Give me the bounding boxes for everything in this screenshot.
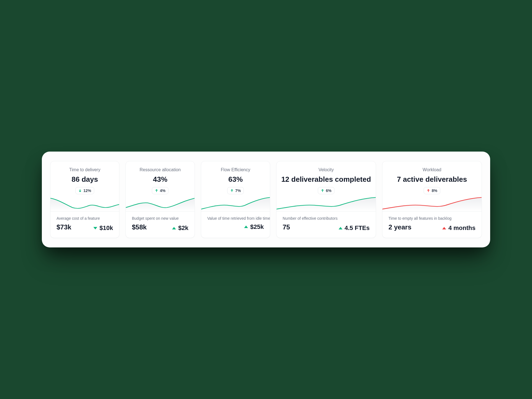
sparkline-chart xyxy=(126,196,195,211)
metric-value: 12 deliverables completed xyxy=(281,175,371,184)
sparkline-chart xyxy=(201,196,270,211)
metric-title: Time to delivery xyxy=(69,167,100,172)
metric-value: 63% xyxy=(228,175,243,184)
metric-change-badge: 6% xyxy=(318,187,334,194)
metric-secondary-value: $58k xyxy=(132,223,147,231)
metric-delta: $25k xyxy=(244,223,264,231)
metric-change-text: 7% xyxy=(235,188,241,193)
metric-card-workload: Workload7 active deliverables8%Time to e… xyxy=(382,161,482,238)
metric-value: 7 active deliverables xyxy=(397,175,467,184)
metric-delta: 4 months xyxy=(442,224,475,232)
metric-card-resource-allocation: Ressource allocation43%4%Budget spent on… xyxy=(126,161,195,238)
caret-up-icon xyxy=(244,226,248,228)
metric-delta: 4.5 FTEs xyxy=(339,224,370,232)
arrow-up-icon xyxy=(230,189,234,192)
sparkline-chart xyxy=(50,196,119,211)
metric-subtitle: Time to empty all features in backlog xyxy=(388,216,475,221)
metric-title: Workload xyxy=(423,167,441,172)
metric-delta-text: $25k xyxy=(250,223,264,231)
metric-change-text: 4% xyxy=(160,188,165,193)
metric-card-velocity: Velocity12 deliverables completed6%Numbe… xyxy=(276,161,376,238)
metric-card-time-to-delivery: Time to delivery86 days12%Average cost o… xyxy=(50,161,119,238)
metric-delta-text: 4.5 FTEs xyxy=(345,224,370,232)
metric-title: Flow Efficiency xyxy=(221,167,250,172)
metric-subtitle: Budget spent on new value xyxy=(132,216,188,221)
metric-secondary-value: 2 years xyxy=(388,223,411,231)
metric-title: Ressource allocation xyxy=(140,167,181,172)
metric-change-badge: 4% xyxy=(152,187,168,194)
metric-change-badge: 8% xyxy=(424,187,440,194)
metric-card-flow-efficiency: Flow Efficiency63%7%Value of time retrie… xyxy=(201,161,270,238)
sparkline-chart xyxy=(382,196,482,211)
arrow-up-icon xyxy=(155,189,158,192)
metric-title: Velocity xyxy=(318,167,334,172)
metric-change-badge: 7% xyxy=(227,187,244,194)
metric-value: 43% xyxy=(153,175,167,184)
metric-subtitle: Average cost of a feature xyxy=(57,216,113,221)
arrow-up-icon xyxy=(321,189,324,192)
metric-change-text: 6% xyxy=(326,188,331,193)
metric-value: 86 days xyxy=(71,175,98,184)
metric-secondary-value: $73k xyxy=(57,223,71,231)
caret-up-icon xyxy=(442,227,446,229)
metric-change-text: 12% xyxy=(83,188,91,193)
metric-subtitle: Value of time retrieved from idle time xyxy=(207,216,264,221)
arrow-up-icon xyxy=(427,189,430,192)
caret-up-icon xyxy=(172,227,176,229)
metric-change-badge: 12% xyxy=(75,187,94,194)
metrics-panel: Time to delivery86 days12%Average cost o… xyxy=(42,152,490,248)
metric-delta: $10k xyxy=(93,224,113,232)
metric-delta-text: 4 months xyxy=(448,224,475,232)
metric-change-text: 8% xyxy=(432,188,437,193)
caret-up-icon xyxy=(339,227,342,229)
sparkline-chart xyxy=(277,196,376,211)
metric-secondary-value: 75 xyxy=(283,223,290,231)
metric-subtitle: Number of effective contributors xyxy=(283,216,370,221)
arrow-down-icon xyxy=(78,189,82,192)
metric-delta-text: $2k xyxy=(178,224,188,232)
caret-down-icon xyxy=(93,227,97,229)
metric-delta: $2k xyxy=(172,224,188,232)
metric-delta-text: $10k xyxy=(99,224,113,232)
